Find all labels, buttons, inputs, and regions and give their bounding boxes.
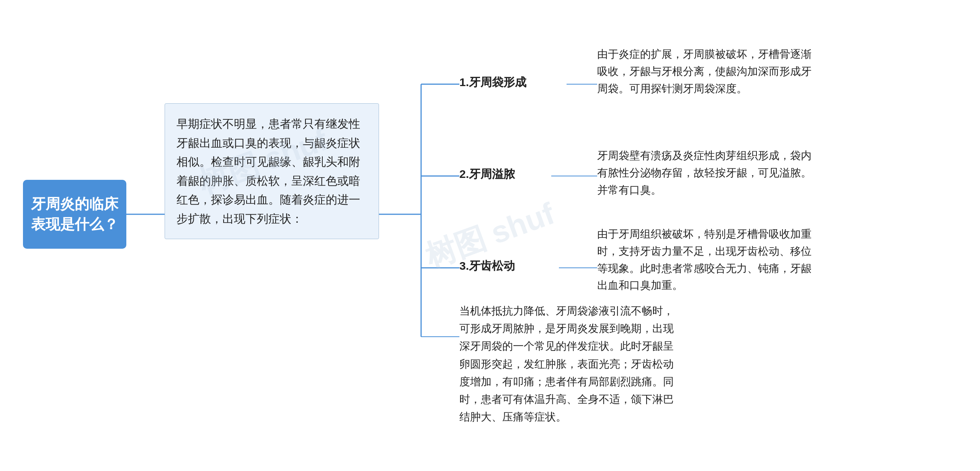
branch-1-desc-container: 由于炎症的扩展，牙周膜被破坏，牙槽骨逐渐 吸收，牙龈与牙根分离，使龈沟加深而形成… [597,46,903,97]
center-description-text: 早期症状不明显，患者常只有继发性牙龈出血或口臭的表现，与龈炎症状相似。检查时可见… [176,114,367,228]
branch-3-label: 3.牙齿松动 [459,259,515,272]
root-node: 牙周炎的临床表现是什么？ [23,180,126,249]
extra-desc-text: 当机体抵抗力降低、牙周袋渗液引流不畅时， 可形成牙周脓肿，是牙周炎发展到晚期，出… [459,305,674,423]
branch-2-desc-container: 牙周袋壁有溃疡及炎症性肉芽组织形成，袋内 有脓性分泌物存留，故轻按牙龈，可见溢脓… [597,147,903,199]
center-description-box: 早期症状不明显，患者常只有继发性牙龈出血或口臭的表现，与龈炎症状相似。检查时可见… [165,103,379,239]
branch-3-desc-container: 由于牙周组织被破坏，特别是牙槽骨吸收加重 时，支持牙齿力量不足，出现牙齿松动、移… [597,226,903,294]
branch-3-desc: 由于牙周组织被破坏，特别是牙槽骨吸收加重 时，支持牙齿力量不足，出现牙齿松动、移… [597,228,812,291]
root-node-text: 牙周炎的临床表现是什么？ [30,194,119,235]
mindmap-container: 树图 shuf 树图 shuf 牙周炎的临床表现是什么？ 早期症状不明显，患者常… [0,0,980,471]
branch-2-desc: 牙周袋壁有溃疡及炎症性肉芽组织形成，袋内 有脓性分泌物存留，故轻按牙龈，可见溢脓… [597,150,812,196]
branch-2-label-container: 2.牙周溢脓 [459,166,515,182]
branch-3-label-container: 3.牙齿松动 [459,258,515,274]
branch-1-label: 1.牙周袋形成 [459,76,526,88]
branch-1-label-container: 1.牙周袋形成 [459,75,526,90]
extra-desc-container: 当机体抵抗力降低、牙周袋渗液引流不畅时， 可形成牙周脓肿，是牙周炎发展到晚期，出… [459,302,842,426]
branch-1-desc: 由于炎症的扩展，牙周膜被破坏，牙槽骨逐渐 吸收，牙龈与牙根分离，使龈沟加深而形成… [597,48,812,95]
branch-2-label: 2.牙周溢脓 [459,168,515,180]
